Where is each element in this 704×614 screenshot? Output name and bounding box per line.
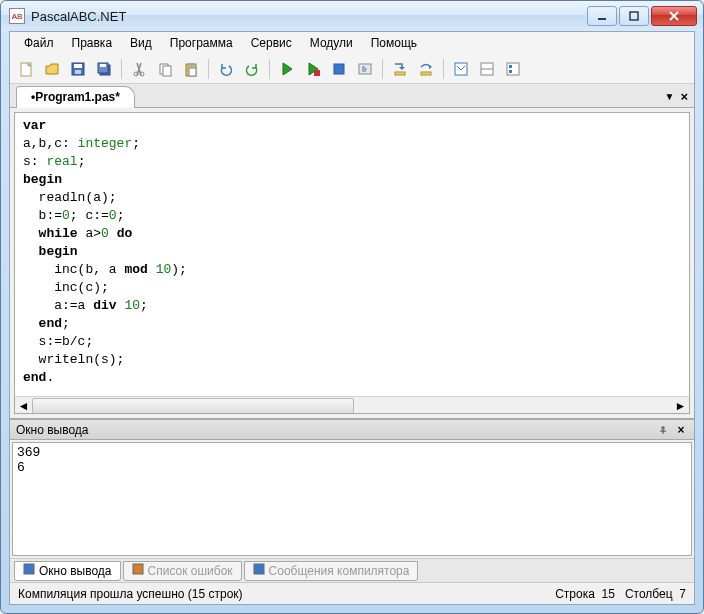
minimize-icon (596, 11, 608, 21)
properties-button[interactable] (501, 57, 525, 81)
svg-rect-5 (75, 70, 81, 74)
menu-модули[interactable]: Модули (302, 34, 361, 52)
menu-программа[interactable]: Программа (162, 34, 241, 52)
pin-icon[interactable] (656, 423, 670, 437)
undo-button[interactable] (214, 57, 238, 81)
tab-icon (132, 563, 144, 578)
window-title: PascalABC.NET (31, 9, 587, 24)
toggle-output-icon (453, 61, 469, 77)
compile-icon (357, 61, 373, 77)
svg-rect-17 (334, 64, 344, 74)
run-icon (279, 61, 295, 77)
svg-rect-26 (24, 564, 34, 574)
toolbar-separator (269, 59, 270, 79)
svg-rect-15 (189, 68, 196, 76)
tab-dropdown-icon[interactable]: ▼ (665, 91, 675, 102)
new-file-button[interactable] (14, 57, 38, 81)
cut-icon (131, 61, 147, 77)
toolbar-separator (121, 59, 122, 79)
tab-icon (253, 563, 265, 578)
menu-вид[interactable]: Вид (122, 34, 160, 52)
svg-rect-4 (74, 64, 82, 68)
redo-button[interactable] (240, 57, 264, 81)
svg-rect-8 (100, 64, 106, 67)
menu-помощь[interactable]: Помощь (363, 34, 425, 52)
save-all-button[interactable] (92, 57, 116, 81)
run-button[interactable] (275, 57, 299, 81)
open-file-button[interactable] (40, 57, 64, 81)
scroll-right-icon[interactable]: ► (672, 397, 689, 414)
scrollbar-thumb[interactable] (32, 398, 672, 413)
status-column: Столбец 7 (625, 587, 686, 601)
cut-button[interactable] (127, 57, 151, 81)
panel-close-icon[interactable]: × (674, 423, 688, 437)
step-over-button[interactable] (414, 57, 438, 81)
svg-rect-20 (421, 72, 431, 75)
status-message: Компиляция прошла успешно (15 строк) (18, 587, 555, 601)
svg-rect-27 (133, 564, 143, 574)
bottom-tab-сообщения-компилятора[interactable]: Сообщения компилятора (244, 561, 419, 581)
copy-icon (157, 61, 173, 77)
svg-rect-19 (395, 72, 405, 75)
bottom-tab-strip: Окно выводаСписок ошибокСообщения компил… (10, 558, 694, 582)
tab-strip: •Program1.pas* ▼ × (10, 84, 694, 108)
tab-icon (23, 563, 35, 578)
status-line: Строка 15 (555, 587, 615, 601)
toolbar-separator (382, 59, 383, 79)
step-into-button[interactable] (388, 57, 412, 81)
maximize-button[interactable] (619, 6, 649, 26)
horizontal-scrollbar[interactable]: ◄ ► (15, 396, 689, 413)
paste-icon (183, 61, 199, 77)
menu-сервис[interactable]: Сервис (243, 34, 300, 52)
output-panel-header[interactable]: Окно вывода × (10, 420, 694, 440)
scroll-left-icon[interactable]: ◄ (15, 397, 32, 414)
tab-label: Окно вывода (39, 564, 112, 578)
statusbar: Компиляция прошла успешно (15 строк) Стр… (10, 582, 694, 604)
paste-button[interactable] (179, 57, 203, 81)
svg-rect-14 (188, 63, 194, 66)
menubar: ФайлПравкаВидПрограммаСервисМодулиПомощь (10, 32, 694, 54)
svg-rect-24 (509, 65, 512, 68)
client-area: ФайлПравкаВидПрограммаСервисМодулиПомощь… (9, 31, 695, 605)
menu-файл[interactable]: Файл (16, 34, 62, 52)
save-all-icon (96, 61, 112, 77)
tab-label: Список ошибок (148, 564, 233, 578)
redo-icon (244, 61, 260, 77)
svg-rect-0 (598, 18, 606, 20)
undo-icon (218, 61, 234, 77)
svg-rect-12 (163, 66, 171, 76)
open-file-icon (44, 61, 60, 77)
bottom-tab-список-ошибок[interactable]: Список ошибок (123, 561, 242, 581)
copy-button[interactable] (153, 57, 177, 81)
step-into-icon (392, 61, 408, 77)
output-text[interactable]: 369 6 (12, 442, 692, 556)
run-debug-icon (305, 61, 321, 77)
toggle-output-button[interactable] (449, 57, 473, 81)
save-icon (70, 61, 86, 77)
tab-close-icon[interactable]: × (680, 89, 688, 104)
output-panel: Окно вывода × 369 6 (10, 418, 694, 558)
stop-button[interactable] (327, 57, 351, 81)
toggle-errors-icon (479, 61, 495, 77)
app-icon: AB (9, 8, 25, 24)
toolbar-separator (208, 59, 209, 79)
code-editor[interactable]: vara,b,c: integer;s: real;begin readln(a… (14, 112, 690, 414)
editor-tab[interactable]: •Program1.pas* (16, 86, 135, 108)
titlebar[interactable]: AB PascalABC.NET (1, 1, 703, 31)
bottom-tab-окно-вывода[interactable]: Окно вывода (14, 561, 121, 581)
toolbar (10, 54, 694, 84)
maximize-icon (628, 11, 640, 21)
close-button[interactable] (651, 6, 697, 26)
save-button[interactable] (66, 57, 90, 81)
close-icon (668, 11, 680, 21)
menu-правка[interactable]: Правка (64, 34, 121, 52)
run-debug-button[interactable] (301, 57, 325, 81)
stop-icon (331, 61, 347, 77)
step-over-icon (418, 61, 434, 77)
compile-button[interactable] (353, 57, 377, 81)
toggle-errors-button[interactable] (475, 57, 499, 81)
toolbar-separator (443, 59, 444, 79)
new-file-icon (18, 61, 34, 77)
minimize-button[interactable] (587, 6, 617, 26)
svg-rect-23 (507, 63, 519, 75)
